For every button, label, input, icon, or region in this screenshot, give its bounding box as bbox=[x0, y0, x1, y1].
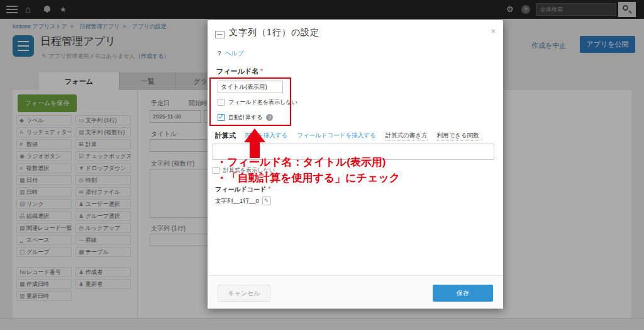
hide-formula-checkbox[interactable]: 計算式を表示しない bbox=[213, 166, 275, 174]
formula-guide-link[interactable]: 計算式の書き方 bbox=[386, 132, 428, 140]
required-mark: * bbox=[268, 186, 270, 193]
field-name-label: フィールド名* bbox=[216, 67, 263, 76]
help-question-icon: ？ bbox=[216, 50, 223, 57]
checkbox-unchecked-icon bbox=[218, 99, 225, 106]
close-icon[interactable]: × bbox=[491, 26, 496, 36]
field-code-label: フィールドコード* bbox=[215, 185, 270, 194]
checkbox-unchecked-icon bbox=[213, 167, 219, 174]
auto-calc-checkbox[interactable]: ✓ 自動計算する ? bbox=[218, 113, 273, 122]
checkbox-checked-icon: ✓ bbox=[218, 114, 225, 121]
save-button[interactable]: 保存 bbox=[433, 285, 493, 302]
required-mark: * bbox=[260, 67, 263, 75]
edit-field-code-icon[interactable]: ✎ bbox=[262, 196, 271, 205]
field-settings-dialog: 文字列（1行）の設定 × ？ヘルプ フィールド名* フィールド名を表示しない ✓… bbox=[208, 20, 503, 309]
dialog-footer: キャンセル 保存 bbox=[208, 275, 503, 309]
field-code-value: 文字列__1行__0 bbox=[215, 197, 259, 205]
insert-function-link[interactable]: 関数を挿入する bbox=[245, 132, 287, 140]
field-name-input[interactable] bbox=[218, 81, 283, 93]
available-functions-link[interactable]: 利用できる関数 bbox=[437, 132, 479, 140]
insert-field-code-link[interactable]: フィールドコードを挿入する bbox=[297, 132, 376, 140]
field-code-row: 文字列__1行__0 ✎ bbox=[215, 196, 271, 205]
dialog-title: 文字列（1行）の設定 bbox=[229, 27, 319, 38]
screen: ⌂ ★ ⚙ ? kintone アプリストア> 日程管理アプリ> アプリの設定>… bbox=[0, 0, 644, 330]
help-link[interactable]: ？ヘルプ bbox=[216, 49, 244, 58]
formula-input[interactable] bbox=[213, 144, 494, 160]
info-icon[interactable]: ? bbox=[266, 114, 273, 121]
single-line-text-icon bbox=[215, 31, 225, 38]
help-link-label: ヘルプ bbox=[225, 50, 244, 57]
formula-toolbar: 計算式 関数を挿入する フィールドコードを挿入する 計算式の書き方 利用できる関… bbox=[215, 131, 479, 140]
hide-field-name-checkbox[interactable]: フィールド名を表示しない bbox=[218, 98, 297, 106]
cancel-button[interactable]: キャンセル bbox=[218, 285, 270, 302]
formula-label: 計算式 bbox=[215, 131, 236, 140]
